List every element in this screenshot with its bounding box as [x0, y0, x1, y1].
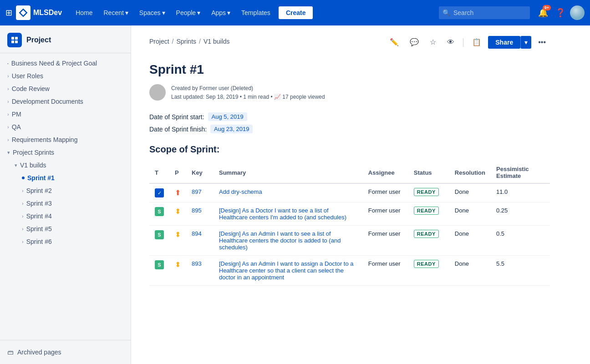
- priority-medium-icon: ⬍: [175, 261, 181, 268]
- nav-apps[interactable]: Apps ▾: [207, 6, 235, 19]
- search-icon: 🔍: [442, 9, 450, 16]
- sidebar-item-code-review[interactable]: › Code Review: [0, 82, 131, 95]
- sidebar-icon: [7, 33, 22, 47]
- toolbar-top: Project / Sprints / V1 builds ✏️ 💬 ☆ 👁 |…: [149, 35, 550, 55]
- more-options-button[interactable]: •••: [534, 35, 550, 50]
- sidebar-item-sprint2[interactable]: › Sprint #2: [0, 184, 131, 197]
- meta-info: Created by Former user (Deleted) Last up…: [171, 84, 325, 101]
- issue-key-link[interactable]: 895: [192, 207, 202, 214]
- sidebar-footer: 🗃 Archived pages: [0, 340, 131, 364]
- story-icon: S: [155, 230, 164, 239]
- issue-key-link[interactable]: 893: [192, 260, 202, 267]
- issue-summary-link[interactable]: [Design] As a Doctor I want to see a lis…: [219, 207, 346, 221]
- col-header-assignee: Assignee: [363, 162, 408, 183]
- col-header-resolution: Resolution: [449, 162, 491, 183]
- table-body: ✓ ⬆ 897 Add dry-schema Former user READY…: [149, 183, 550, 286]
- cell-status: READY: [408, 183, 449, 202]
- svg-rect-2: [11, 40, 14, 43]
- sidebar-header: Project: [0, 25, 131, 53]
- cell-type: S: [149, 226, 169, 256]
- sidebar-item-sprint1[interactable]: Sprint #1: [0, 172, 131, 184]
- sidebar-title: Project: [26, 36, 51, 44]
- cell-assignee: Former user: [363, 226, 408, 256]
- breadcrumb-project[interactable]: Project: [149, 38, 169, 45]
- search-input[interactable]: [439, 6, 530, 19]
- sidebar-item-user-roles[interactable]: › User Roles: [0, 70, 131, 82]
- priority-medium-icon: ⬍: [175, 231, 181, 238]
- logo-text: MLSDev: [33, 9, 62, 17]
- col-header-t: T: [149, 162, 169, 183]
- sidebar-item-sprint4[interactable]: › Sprint #4: [0, 210, 131, 222]
- issue-summary-link[interactable]: [Design] As an Admin I want to assign a …: [219, 260, 354, 281]
- sidebar-item-dev-docs[interactable]: › Development Documents: [0, 95, 131, 108]
- nav-recent[interactable]: Recent ▾: [99, 6, 132, 19]
- cell-type: S: [149, 256, 169, 286]
- cell-estimate: 11.0: [491, 183, 550, 202]
- sidebar-item-sprint6[interactable]: › Sprint #6: [0, 235, 131, 248]
- sidebar-item-pm[interactable]: › PM: [0, 108, 131, 121]
- share-button[interactable]: Share: [488, 36, 520, 49]
- nav-spaces[interactable]: Spaces ▾: [135, 6, 170, 19]
- watch-button[interactable]: 👁: [443, 35, 458, 50]
- col-header-key: Key: [186, 162, 214, 183]
- logo[interactable]: MLSDev: [16, 5, 62, 20]
- share-dropdown-button[interactable]: ▾: [520, 36, 531, 49]
- svg-rect-3: [15, 40, 18, 43]
- issue-summary-link[interactable]: Add dry-schema: [219, 188, 262, 195]
- copy-button[interactable]: 📋: [468, 35, 485, 50]
- table-header: T P Key Summary Assignee Status Resoluti…: [149, 162, 550, 183]
- author-avatar: [149, 84, 166, 101]
- sidebar-item-qa[interactable]: › QA: [0, 121, 131, 133]
- priority-high-icon: ⬆: [175, 189, 181, 197]
- issue-key-link[interactable]: 894: [192, 230, 202, 237]
- chevron-icon: ›: [22, 213, 24, 219]
- cell-key: 897: [186, 183, 214, 202]
- table-row: S ⬍ 895 [Design] As a Doctor I want to s…: [149, 202, 550, 226]
- page-meta: Created by Former user (Deleted) Last up…: [149, 84, 550, 101]
- grid-icon[interactable]: ⊞: [5, 8, 12, 18]
- notifications-button[interactable]: 🔔 9+: [535, 5, 551, 20]
- issue-key-link[interactable]: 897: [192, 188, 202, 195]
- cell-estimate: 0.5: [491, 226, 550, 256]
- help-button[interactable]: ❓: [553, 5, 568, 20]
- nav-people[interactable]: People ▾: [172, 6, 205, 19]
- breadcrumb-sprints[interactable]: Sprints: [176, 38, 196, 45]
- chevron-down-icon: ▾: [7, 150, 10, 156]
- table-row: S ⬍ 894 [Design] As an Admin I want to s…: [149, 226, 550, 256]
- chevron-icon: ›: [22, 201, 24, 206]
- breadcrumb-v1builds[interactable]: V1 builds: [203, 38, 230, 45]
- edit-button[interactable]: ✏️: [386, 35, 403, 50]
- sidebar-item-v1-builds[interactable]: ▾ V1 builds: [0, 159, 131, 172]
- meta-details: Last updated: Sep 18, 2019 • 1 min read …: [171, 93, 325, 101]
- comment-button[interactable]: 💬: [406, 35, 423, 50]
- sidebar-item-sprint5[interactable]: › Sprint #5: [0, 222, 131, 235]
- cell-summary: [Design] As a Doctor I want to see a lis…: [214, 202, 363, 226]
- nav-home[interactable]: Home: [71, 6, 97, 19]
- cell-status: READY: [408, 202, 449, 226]
- sidebar-item-project-sprints[interactable]: ▾ Project Sprints: [0, 146, 131, 159]
- story-icon: S: [155, 207, 164, 216]
- create-button[interactable]: Create: [279, 6, 313, 19]
- cell-estimate: 5.5: [491, 256, 550, 286]
- breadcrumb: Project / Sprints / V1 builds: [149, 38, 230, 45]
- archive-icon: 🗃: [7, 349, 14, 356]
- issue-summary-link[interactable]: [Design] As an Admin I want to see a lis…: [219, 230, 341, 251]
- nav-templates[interactable]: Templates: [237, 6, 275, 19]
- status-badge: READY: [414, 188, 439, 196]
- sprint-finish-value[interactable]: Aug 23, 2019: [210, 125, 253, 133]
- notification-badge: 9+: [543, 5, 551, 10]
- sidebar-nav: • Business Need & Project Goal › User Ro…: [0, 53, 131, 340]
- sidebar-item-business-need[interactable]: • Business Need & Project Goal: [0, 57, 131, 70]
- sidebar: Project • Business Need & Project Goal ›…: [0, 25, 131, 364]
- sprint-start-label: Date of Sprint start:: [149, 113, 204, 121]
- table-row: ✓ ⬆ 897 Add dry-schema Former user READY…: [149, 183, 550, 202]
- sprint-start-value[interactable]: Aug 5, 2019: [208, 112, 247, 121]
- archived-pages[interactable]: 🗃 Archived pages: [7, 346, 123, 359]
- search-container: 🔍: [439, 6, 530, 19]
- sidebar-item-requirements[interactable]: › Requirements Mapping: [0, 133, 131, 146]
- sidebar-item-sprint3[interactable]: › Sprint #3: [0, 197, 131, 210]
- chevron-icon: ›: [22, 226, 24, 232]
- user-avatar[interactable]: [570, 5, 585, 20]
- star-button[interactable]: ☆: [426, 35, 440, 50]
- cell-resolution: Done: [449, 226, 491, 256]
